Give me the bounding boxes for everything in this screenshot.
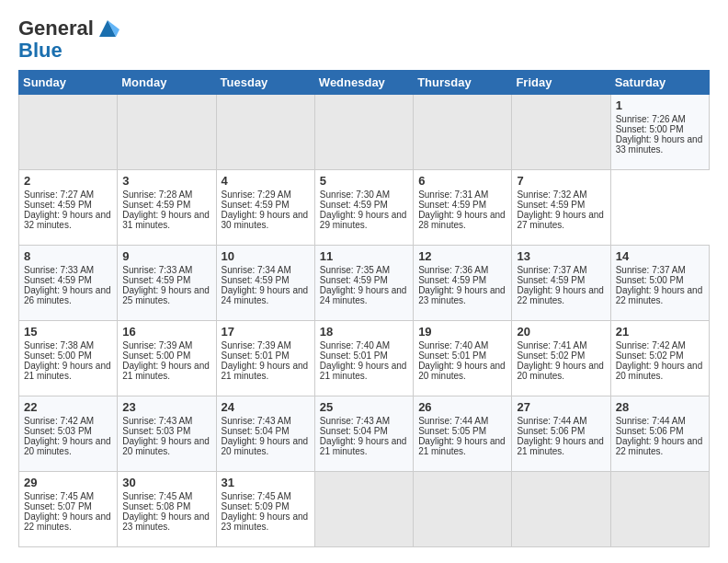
day-number: 28 <box>616 400 704 414</box>
daylight: Daylight: 9 hours and 20 minutes. <box>24 436 111 456</box>
daylight: Daylight: 9 hours and 33 minutes. <box>616 134 703 155</box>
sunset: Sunset: 5:07 PM <box>24 501 92 511</box>
day-number: 17 <box>222 325 310 339</box>
sunrise: Sunrise: 7:45 AM <box>222 491 291 501</box>
day-number: 14 <box>616 249 704 263</box>
day-cell-14: 14Sunrise: 7:37 AMSunset: 5:00 PMDayligh… <box>610 246 709 321</box>
sunrise: Sunrise: 7:32 AM <box>517 190 586 200</box>
daylight: Daylight: 9 hours and 23 minutes. <box>122 511 210 532</box>
daylight: Daylight: 9 hours and 23 minutes. <box>418 285 506 305</box>
sunrise: Sunrise: 7:28 AM <box>122 190 192 200</box>
sunset: Sunset: 4:59 PM <box>222 275 290 285</box>
sunrise: Sunrise: 7:36 AM <box>418 265 488 275</box>
sunset: Sunset: 4:59 PM <box>320 200 388 210</box>
day-number: 6 <box>418 174 506 188</box>
empty-cell <box>216 95 314 170</box>
day-number: 15 <box>24 325 112 339</box>
week-row-1: 1Sunrise: 7:26 AMSunset: 5:00 PMDaylight… <box>19 95 710 170</box>
day-number: 20 <box>517 325 605 339</box>
sunrise: Sunrise: 7:30 AM <box>320 190 390 200</box>
day-number: 23 <box>122 400 210 414</box>
daylight: Daylight: 9 hours and 21 minutes. <box>222 361 309 381</box>
sunset: Sunset: 5:00 PM <box>122 350 190 361</box>
daylight: Daylight: 9 hours and 21 minutes. <box>320 436 407 456</box>
empty-cell <box>414 95 512 170</box>
day-number: 18 <box>320 325 408 339</box>
sunset: Sunset: 5:03 PM <box>122 426 190 436</box>
sunset: Sunset: 4:59 PM <box>418 200 486 210</box>
sunset: Sunset: 5:00 PM <box>616 124 684 134</box>
day-cell-17: 17Sunrise: 7:39 AMSunset: 5:01 PMDayligh… <box>216 321 314 396</box>
sunrise: Sunrise: 7:40 AM <box>418 340 488 350</box>
day-number: 31 <box>222 476 310 489</box>
day-number: 25 <box>320 400 408 414</box>
empty-cell <box>19 95 118 170</box>
daylight: Daylight: 9 hours and 25 minutes. <box>122 285 210 305</box>
day-cell-12: 12Sunrise: 7:36 AMSunset: 4:59 PMDayligh… <box>414 246 512 321</box>
sunset: Sunset: 5:04 PM <box>320 426 388 436</box>
col-header-sunday: Sunday <box>19 71 118 95</box>
day-cell-22: 22Sunrise: 7:42 AMSunset: 5:03 PMDayligh… <box>19 396 118 472</box>
sunrise: Sunrise: 7:44 AM <box>517 416 586 426</box>
week-row-5: 22Sunrise: 7:42 AMSunset: 5:03 PMDayligh… <box>19 396 710 472</box>
empty-cell <box>314 95 413 170</box>
day-cell-25: 25Sunrise: 7:43 AMSunset: 5:04 PMDayligh… <box>314 396 413 472</box>
day-cell-5: 5Sunrise: 7:30 AMSunset: 4:59 PMDaylight… <box>314 170 413 246</box>
sunset: Sunset: 5:00 PM <box>24 350 92 361</box>
sunset: Sunset: 5:06 PM <box>517 426 585 436</box>
sunrise: Sunrise: 7:42 AM <box>24 416 94 426</box>
day-cell-15: 15Sunrise: 7:38 AMSunset: 5:00 PMDayligh… <box>19 321 118 396</box>
daylight: Daylight: 9 hours and 23 minutes. <box>222 511 309 532</box>
week-row-4: 15Sunrise: 7:38 AMSunset: 5:00 PMDayligh… <box>19 321 710 396</box>
day-cell-13: 13Sunrise: 7:37 AMSunset: 4:59 PMDayligh… <box>512 246 610 321</box>
sunset: Sunset: 4:59 PM <box>517 275 585 285</box>
day-cell-9: 9Sunrise: 7:33 AMSunset: 4:59 PMDaylight… <box>118 246 216 321</box>
day-cell-2: 2Sunrise: 7:27 AMSunset: 4:59 PMDaylight… <box>19 170 118 246</box>
day-number: 30 <box>122 476 210 489</box>
week-row-6: 29Sunrise: 7:45 AMSunset: 5:07 PMDayligh… <box>19 472 710 547</box>
day-number: 3 <box>122 174 210 188</box>
daylight: Daylight: 9 hours and 21 minutes. <box>418 436 506 456</box>
col-header-tuesday: Tuesday <box>216 71 314 95</box>
day-cell-29: 29Sunrise: 7:45 AMSunset: 5:07 PMDayligh… <box>19 472 118 547</box>
day-cell-7: 7Sunrise: 7:32 AMSunset: 4:59 PMDaylight… <box>512 170 610 246</box>
logo: General Blue <box>18 17 119 61</box>
sunset: Sunset: 4:59 PM <box>517 200 585 210</box>
logo-icon <box>96 17 119 40</box>
col-header-friday: Friday <box>512 71 610 95</box>
day-number: 5 <box>320 174 408 188</box>
sunrise: Sunrise: 7:40 AM <box>320 340 390 350</box>
week-row-3: 8Sunrise: 7:33 AMSunset: 4:59 PMDaylight… <box>19 246 710 321</box>
sunset: Sunset: 4:59 PM <box>418 275 486 285</box>
day-number: 16 <box>122 325 210 339</box>
empty-cell <box>314 472 413 547</box>
daylight: Daylight: 9 hours and 32 minutes. <box>24 210 111 230</box>
sunset: Sunset: 4:59 PM <box>122 275 190 285</box>
sunset: Sunset: 4:59 PM <box>24 200 92 210</box>
sunrise: Sunrise: 7:27 AM <box>24 190 94 200</box>
sunrise: Sunrise: 7:37 AM <box>616 265 686 275</box>
daylight: Daylight: 9 hours and 20 minutes. <box>616 361 703 381</box>
day-cell-31: 31Sunrise: 7:45 AMSunset: 5:09 PMDayligh… <box>216 472 314 547</box>
day-cell-30: 30Sunrise: 7:45 AMSunset: 5:08 PMDayligh… <box>118 472 216 547</box>
sunrise: Sunrise: 7:44 AM <box>616 416 686 426</box>
sunset: Sunset: 5:04 PM <box>222 426 290 436</box>
daylight: Daylight: 9 hours and 21 minutes. <box>320 361 407 381</box>
day-number: 4 <box>222 174 310 188</box>
sunrise: Sunrise: 7:39 AM <box>222 340 291 350</box>
sunrise: Sunrise: 7:45 AM <box>122 491 192 501</box>
empty-cell <box>512 472 610 547</box>
sunrise: Sunrise: 7:34 AM <box>222 265 291 275</box>
day-cell-6: 6Sunrise: 7:31 AMSunset: 4:59 PMDaylight… <box>414 170 512 246</box>
day-number: 19 <box>418 325 506 339</box>
sunrise: Sunrise: 7:29 AM <box>222 190 291 200</box>
day-cell-19: 19Sunrise: 7:40 AMSunset: 5:01 PMDayligh… <box>414 321 512 396</box>
daylight: Daylight: 9 hours and 30 minutes. <box>222 210 309 230</box>
day-number: 27 <box>517 400 605 414</box>
day-cell-1: 1Sunrise: 7:26 AMSunset: 5:00 PMDaylight… <box>610 95 709 170</box>
day-number: 10 <box>222 249 310 263</box>
sunrise: Sunrise: 7:33 AM <box>122 265 192 275</box>
sunset: Sunset: 4:59 PM <box>24 275 92 285</box>
sunset: Sunset: 5:08 PM <box>122 501 190 511</box>
daylight: Daylight: 9 hours and 21 minutes. <box>122 361 210 381</box>
